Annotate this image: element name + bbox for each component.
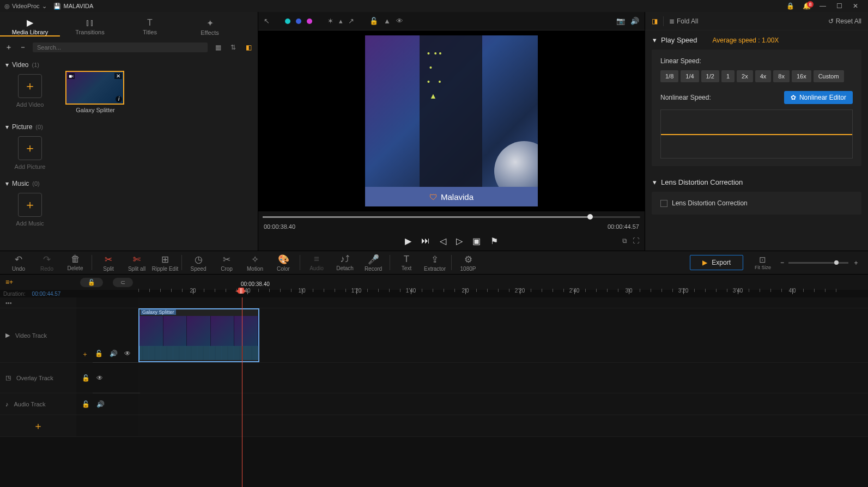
speed-option-1-8[interactable]: 1/8 bbox=[660, 70, 678, 82]
speed-option-1-2[interactable]: 1/2 bbox=[701, 70, 719, 82]
track-mute-icon[interactable]: 🔊 bbox=[110, 350, 118, 359]
marker-cyan[interactable] bbox=[285, 19, 290, 24]
speed-option-8x[interactable]: 8x bbox=[773, 70, 790, 82]
crop-button[interactable]: ✂Crop bbox=[213, 254, 241, 272]
section-video-header[interactable]: ▾ Video(1) bbox=[5, 61, 252, 69]
prev-clip-button[interactable]: ◁ bbox=[440, 236, 446, 246]
zoom-slider[interactable] bbox=[788, 262, 848, 264]
snap-toggle[interactable]: ⊂ bbox=[113, 278, 133, 287]
mute-icon[interactable]: 🔊 bbox=[630, 17, 639, 25]
track-lock-icon[interactable]: 🔓 bbox=[82, 400, 90, 408]
add-to-track-icon[interactable]: ＋ bbox=[82, 350, 88, 359]
add-track-button[interactable]: ＋ bbox=[0, 415, 76, 436]
library-search-input[interactable] bbox=[33, 42, 208, 52]
nonlinear-editor-button[interactable]: ✿Nonlinear Editor bbox=[784, 91, 853, 104]
section-play-speed[interactable]: ▾ Play SpeedAverage speed : 1.00X bbox=[645, 31, 868, 50]
add-video-tile[interactable]: ＋ Add Video bbox=[5, 71, 54, 108]
overlay-track-header[interactable]: ◳Overlay Track bbox=[0, 363, 76, 393]
library-remove-button[interactable]: － bbox=[19, 42, 27, 52]
track-lock-toggle[interactable]: 🔓 bbox=[80, 278, 103, 287]
ripple-edit-button[interactable]: ⊞Ripple Edit bbox=[151, 254, 179, 272]
split-all-button[interactable]: ✄Split all bbox=[123, 254, 151, 272]
track-menu-button[interactable]: ••• bbox=[0, 297, 76, 308]
marker-button[interactable]: ⚑ bbox=[490, 236, 498, 246]
safe-zone-icon[interactable]: ▲ bbox=[384, 17, 391, 25]
window-maximize[interactable]: ☐ bbox=[831, 0, 847, 12]
play-button[interactable]: ▶ bbox=[405, 236, 411, 246]
next-clip-button[interactable]: ▷ bbox=[456, 236, 463, 246]
marker-blue[interactable] bbox=[296, 19, 301, 24]
preview-seekbar[interactable] bbox=[258, 211, 645, 222]
section-lens-distortion[interactable]: ▾ Lens Distortion Correction bbox=[645, 173, 868, 192]
overlay-tool-icon[interactable]: ✶ bbox=[327, 17, 333, 25]
speed-option-4x[interactable]: 4x bbox=[755, 70, 772, 82]
delete-button[interactable]: 🗑Delete bbox=[61, 254, 89, 271]
visibility-icon[interactable]: 👁 bbox=[396, 17, 403, 25]
view-grid-icon[interactable]: ▦ bbox=[213, 44, 223, 51]
cursor-icon[interactable]: ↖ bbox=[264, 17, 270, 25]
extractor-button[interactable]: ⇪Extractor bbox=[421, 254, 449, 272]
window-close[interactable]: ✕ bbox=[847, 0, 864, 12]
library-clip[interactable]: ■‹ ✕ i Galaxy Splitter bbox=[65, 71, 125, 113]
app-logo[interactable]: ◎ VideoProc ⌄ bbox=[4, 3, 47, 10]
marker-magenta[interactable] bbox=[307, 19, 312, 24]
track-lock-icon[interactable]: 🔓 bbox=[95, 350, 103, 359]
text-button[interactable]: TText bbox=[392, 254, 421, 271]
notifications-button[interactable]: 🔔8 bbox=[798, 0, 815, 12]
detach-button[interactable]: ♪⤴Detach bbox=[331, 254, 359, 271]
speed-option-Custom[interactable]: Custom bbox=[814, 70, 844, 82]
color-button[interactable]: 🎨Color bbox=[269, 254, 298, 272]
lock-icon[interactable]: 🔒 bbox=[782, 0, 798, 12]
zoom-in-button[interactable]: ＋ bbox=[853, 258, 859, 267]
library-add-button[interactable]: ＋ bbox=[4, 42, 13, 52]
speed-button[interactable]: ◷Speed bbox=[184, 254, 213, 272]
lens-distortion-checkbox[interactable]: Lens Distortion Correction bbox=[660, 199, 853, 207]
audio-button[interactable]: ≡Audio bbox=[302, 254, 331, 271]
speed-graph[interactable] bbox=[660, 109, 853, 159]
tab-media-library[interactable]: ▶Media Library bbox=[0, 15, 60, 36]
export-button[interactable]: ▶Export bbox=[690, 255, 743, 270]
speed-option-2x[interactable]: 2x bbox=[737, 70, 753, 82]
record-button[interactable]: 🎤Record bbox=[359, 254, 387, 272]
add-picture-tile[interactable]: ＋ Add Picture bbox=[5, 133, 54, 170]
fullscreen-icon[interactable]: ⛶ bbox=[633, 237, 639, 245]
loop-button[interactable]: ▣ bbox=[472, 236, 481, 246]
project-title[interactable]: 💾 MALAVIDA bbox=[53, 3, 94, 10]
clip-info-icon[interactable]: i bbox=[116, 96, 122, 102]
tab-titles[interactable]: TTitles bbox=[120, 16, 180, 35]
lock-icon[interactable]: 🔓 bbox=[369, 17, 378, 25]
speed-option-1-4[interactable]: 1/4 bbox=[681, 70, 699, 82]
tab-effects[interactable]: ✦Effects bbox=[180, 16, 240, 36]
speed-option-16x[interactable]: 16x bbox=[792, 70, 811, 82]
view-panel-icon[interactable]: ◧ bbox=[244, 44, 253, 51]
track-lock-icon[interactable]: 🔓 bbox=[82, 374, 90, 382]
panel-toggle-icon[interactable]: ◨ bbox=[652, 17, 658, 25]
video-track-header[interactable]: ▶Video Track bbox=[0, 308, 76, 362]
fit-size-button[interactable]: ⊡Fit Size bbox=[752, 255, 774, 270]
audio-track-header[interactable]: ♪Audio Track bbox=[0, 393, 76, 415]
view-sort-icon[interactable]: ⇅ bbox=[228, 44, 238, 51]
next-frame-button[interactable]: ⏭ bbox=[421, 236, 430, 246]
fold-all-button[interactable]: ≣Fold All bbox=[669, 17, 698, 25]
motion-button[interactable]: ✧Motion bbox=[241, 254, 269, 272]
add-music-tile[interactable]: ＋ Add Music bbox=[5, 190, 54, 227]
section-picture-header[interactable]: ▾ Picture(0) bbox=[5, 123, 252, 131]
window-minimize[interactable]: — bbox=[815, 0, 831, 12]
section-music-header[interactable]: ▾ Music(0) bbox=[5, 180, 252, 187]
playhead-line[interactable] bbox=[242, 297, 242, 487]
select-tool-icon[interactable]: ↗ bbox=[348, 17, 354, 25]
tab-transitions[interactable]: ⫿⫿Transitions bbox=[60, 16, 120, 35]
split-button[interactable]: ✂Split bbox=[94, 254, 123, 272]
clip-remove-icon[interactable]: ✕ bbox=[114, 73, 122, 79]
track-add-icon[interactable]: ≡+ bbox=[5, 278, 13, 286]
snapshot-icon[interactable]: 📷 bbox=[616, 17, 625, 25]
preview-canvas[interactable]: 🛡Malavida bbox=[365, 35, 538, 206]
track-visibility-icon[interactable]: 👁 bbox=[124, 350, 131, 359]
quality-button[interactable]: ⚙1080P bbox=[454, 254, 482, 272]
undo-button[interactable]: ↶Undo bbox=[4, 254, 33, 272]
redo-button[interactable]: ↷Redo bbox=[33, 254, 61, 272]
speed-option-1[interactable]: 1 bbox=[721, 70, 735, 82]
detach-preview-icon[interactable]: ⧉ bbox=[622, 237, 627, 245]
zoom-out-button[interactable]: − bbox=[780, 259, 784, 266]
track-visibility-icon[interactable]: 👁 bbox=[96, 374, 103, 382]
